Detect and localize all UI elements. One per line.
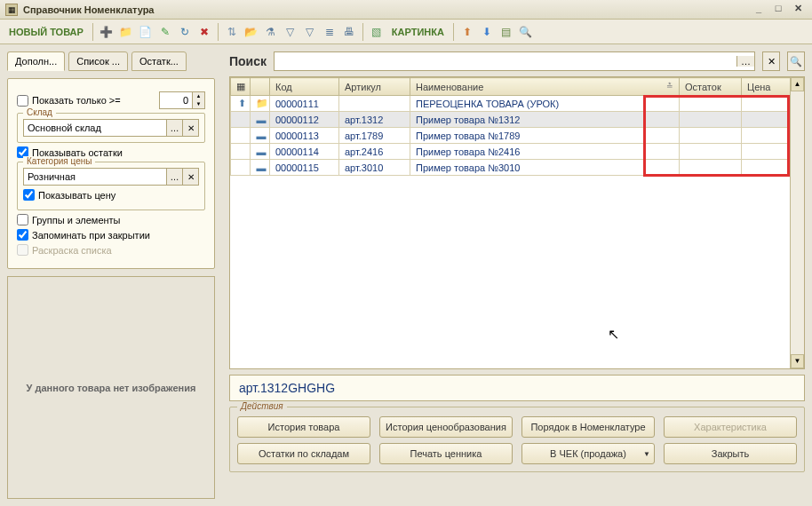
to-check-button[interactable]: В ЧЕК (продажа)▼	[521, 443, 655, 464]
table-row[interactable]: ▬00000113арт.1789Пример товара №1789	[231, 128, 804, 144]
item-icon: ▬	[256, 162, 267, 173]
print-tag-button[interactable]: Печать ценника	[379, 443, 513, 464]
scrollbar-vertical[interactable]: ▲ ▼	[790, 77, 804, 368]
add-group-icon[interactable]: 📁	[118, 24, 134, 40]
minimize-button[interactable]: _	[750, 3, 768, 17]
filter-icon[interactable]: ⚗	[263, 24, 279, 40]
characteristic-button: Характеристика	[664, 416, 797, 438]
tab-additional[interactable]: Дополн...	[7, 51, 65, 71]
col-remain[interactable]: Остаток	[680, 78, 742, 96]
tab-list[interactable]: Список ...	[68, 51, 128, 71]
search-row: Поиск … ✕ 🔍	[229, 51, 805, 71]
copy-icon[interactable]: 📄	[138, 24, 154, 40]
table-row[interactable]: ⬆📁00000111ПЕРЕОЦЕНКА ТОВАРА (УРОК)	[231, 96, 804, 112]
refresh-icon[interactable]: ↻	[177, 24, 193, 40]
groups-elements-checkbox[interactable]	[17, 214, 28, 225]
remember-label: Запоминать при закрытии	[32, 230, 150, 241]
funnel-icon[interactable]: ▽	[283, 24, 299, 40]
spin-down[interactable]: ▼	[193, 100, 204, 108]
cursor-icon: ↖	[608, 326, 619, 343]
settings-icon[interactable]: ≣	[322, 24, 338, 40]
close-panel-button[interactable]: Закрыть	[664, 443, 797, 464]
show-price-checkbox[interactable]	[23, 189, 35, 201]
warehouse-combo[interactable]: Основной склад … ✕	[23, 119, 199, 137]
funnel-clear-icon[interactable]: ▽	[302, 24, 318, 40]
show-price-label: Показывать цену	[38, 190, 115, 201]
toolbar: НОВЫЙ ТОВАР ➕ 📁 📄 ✎ ↻ ✖ ⇅ 📂 ⚗ ▽ ▽ ≣ 🖶 ▧ …	[0, 20, 812, 44]
coloring-checkbox	[17, 244, 28, 256]
col-name[interactable]: Наименование≛	[410, 78, 680, 96]
app-icon: ▦	[5, 4, 18, 16]
col-row-icon[interactable]: ▦	[231, 78, 251, 96]
add-icon[interactable]: ➕	[99, 24, 115, 40]
price-category-combo[interactable]: Розничная … ✕	[23, 168, 199, 186]
col-article[interactable]: Артикул	[339, 78, 410, 96]
import-icon[interactable]: ⬇	[479, 24, 495, 40]
history-button[interactable]: История товара	[237, 416, 370, 438]
scroll-down[interactable]: ▼	[791, 354, 804, 368]
sheet-icon[interactable]: ▤	[498, 24, 514, 40]
show-only-checkbox[interactable]	[17, 95, 28, 107]
spin-up[interactable]: ▲	[193, 92, 204, 100]
maximize-button[interactable]: □	[769, 3, 787, 17]
col-type-icon[interactable]	[251, 78, 270, 96]
move-icon[interactable]: 📂	[243, 24, 259, 40]
new-item-label[interactable]: НОВЫЙ ТОВАР	[5, 27, 87, 37]
picture-label[interactable]: КАРТИНКА	[388, 27, 448, 37]
table-row[interactable]: ▬00000114арт.2416Пример товара №2416	[231, 144, 804, 160]
combo-clear[interactable]: ✕	[182, 120, 198, 136]
order-button[interactable]: Порядок в Номенклатуре	[521, 416, 655, 438]
table-row[interactable]: ▬00000115арт.3010Пример товара №3010	[231, 160, 804, 176]
coloring-label: Раскраска списка	[32, 245, 112, 256]
left-tabs: Дополн... Список ... Остатк...	[7, 51, 215, 71]
delete-icon[interactable]: ✖	[196, 24, 212, 40]
items-table: ▦ Код Артикул Наименование≛ Остаток Цена…	[229, 76, 805, 369]
search-tool-icon[interactable]: 🔍	[518, 24, 534, 40]
price-category-legend: Категория цены	[23, 156, 95, 166]
item-icon: ▬	[256, 130, 267, 141]
search-label: Поиск	[229, 54, 267, 68]
left-panel: Дополн... Список ... Остатк... Показать …	[0, 44, 222, 506]
remember-checkbox[interactable]	[17, 229, 28, 241]
search-ellipsis[interactable]: …	[736, 56, 754, 67]
hierarchy-icon[interactable]: ⇅	[224, 24, 240, 40]
combo-ellipsis[interactable]: …	[166, 120, 182, 136]
window-title: Справочник Номенклатура	[23, 4, 748, 15]
actions-legend: Действия	[237, 401, 287, 411]
item-icon: ▬	[256, 115, 267, 125]
image-preview: У данного товара нет изображения	[7, 276, 215, 499]
combo-clear[interactable]: ✕	[182, 169, 198, 185]
combo-ellipsis[interactable]: …	[166, 169, 182, 185]
search-go-button[interactable]: 🔍	[787, 51, 805, 71]
show-only-input[interactable]: 0 ▲▼	[159, 91, 205, 109]
tab-remains[interactable]: Остатк...	[131, 51, 187, 71]
folder-icon: 📁	[256, 98, 267, 109]
export-icon[interactable]: ⬆	[459, 24, 475, 40]
actions-panel: Действия История товара История ценообра…	[229, 407, 805, 472]
search-clear-button[interactable]: ✕	[762, 51, 780, 71]
scroll-up[interactable]: ▲	[791, 77, 804, 91]
groups-elements-label: Группы и элементы	[32, 215, 121, 225]
col-code[interactable]: Код	[270, 78, 339, 96]
print-icon[interactable]: 🖶	[341, 24, 357, 40]
picture-icon[interactable]: ▧	[369, 24, 385, 40]
close-button[interactable]: ✕	[789, 3, 807, 17]
item-icon: ▬	[256, 146, 267, 157]
detail-info: арт.1312GHGHG	[229, 375, 805, 401]
titlebar: ▦ Справочник Номенклатура _ □ ✕	[0, 0, 812, 20]
show-only-label: Показать только >=	[32, 95, 121, 106]
up-arrow-icon: ⬆	[236, 98, 247, 109]
warehouse-legend: Склад	[23, 107, 56, 117]
pricing-history-button[interactable]: История ценообразования	[379, 416, 513, 438]
stock-button[interactable]: Остатки по складам	[237, 443, 370, 464]
filter-panel: Показать только >= 0 ▲▼ Склад Основной с…	[7, 78, 215, 269]
table-row[interactable]: ▬00000112арт.1312Пример товара №1312	[231, 112, 804, 128]
edit-icon[interactable]: ✎	[157, 24, 173, 40]
search-input[interactable]: …	[274, 51, 755, 71]
right-panel: Поиск … ✕ 🔍 ▦ Код Артикул На	[222, 44, 812, 506]
